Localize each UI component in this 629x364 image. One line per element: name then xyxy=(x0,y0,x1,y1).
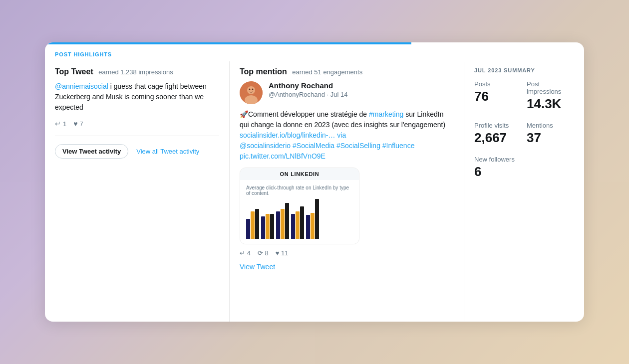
mention-user-info: Anthony Rochand @AnthonyRochand · Jul 14 xyxy=(269,81,347,98)
stats-grid: Posts 76 Post impressions 14.3K Profile … xyxy=(474,80,574,180)
chart-header: ON LINKEDIN xyxy=(240,168,359,180)
bar-navy-1 xyxy=(246,219,250,239)
view-tweet-button[interactable]: View Tweet xyxy=(240,263,275,271)
reply-count: 1 xyxy=(63,120,66,128)
bar-navy-2 xyxy=(261,216,265,239)
divider xyxy=(55,136,219,136)
stat-mentions-label: Mentions xyxy=(527,122,574,129)
mention-retweet-count: 8 xyxy=(265,249,268,257)
svg-point-1 xyxy=(247,86,255,94)
top-tweet-title: Top Tweet xyxy=(55,67,93,76)
mention-reply-icon: ↵ xyxy=(240,249,245,257)
chart-area: Average click-through rate on LinkedIn b… xyxy=(240,180,359,244)
tweet-mention[interactable]: @anniemaisocial xyxy=(55,82,108,90)
mention-body-line1: 🚀Comment développer une stratégie de xyxy=(240,110,367,118)
view-all-tweet-activity-link[interactable]: View all Tweet activity xyxy=(136,148,199,155)
left-panel: Top Tweet earned 1,238 impressions @anni… xyxy=(45,61,230,322)
mention-reply: ↵ 4 xyxy=(240,249,251,257)
mention-like-count: 11 xyxy=(281,249,288,257)
bar-orange-2 xyxy=(266,214,270,239)
top-mention-header: Top mention earned 51 engagements xyxy=(240,67,454,76)
activity-bar: View Tweet activity View all Tweet activ… xyxy=(55,144,219,159)
stat-impressions-value: 14.3K xyxy=(527,96,574,112)
mention-handle-date: @AnthonyRochand · Jul 14 xyxy=(269,91,347,98)
bar-black-4 xyxy=(300,206,304,239)
middle-panel: Top mention earned 51 engagements xyxy=(230,61,464,322)
avatar-image xyxy=(240,81,263,104)
stat-impressions-label: Post impressions xyxy=(527,80,574,95)
mention-header: Anthony Rochand @AnthonyRochand · Jul 14 xyxy=(240,81,454,104)
stat-mentions: Mentions 37 xyxy=(527,122,574,146)
bar-black-2 xyxy=(270,214,274,239)
mention-body: 🚀Comment développer une stratégie de #ma… xyxy=(240,109,454,162)
bar-chart xyxy=(246,199,353,239)
svg-point-3 xyxy=(249,89,251,90)
top-tweet-header: Top Tweet earned 1,238 impressions xyxy=(55,67,219,76)
mention-retweet-icon: ⟳ xyxy=(258,249,263,257)
bar-orange-1 xyxy=(251,211,255,239)
top-mention-title: Top mention xyxy=(240,67,287,76)
mention-user-name: Anthony Rochand xyxy=(269,81,347,90)
stat-posts-label: Posts xyxy=(474,80,522,88)
mention-like: ♥ 11 xyxy=(276,249,289,257)
view-tweet-activity-button[interactable]: View Tweet activity xyxy=(55,144,128,159)
tweet-actions: ↵ 1 ♥ 7 xyxy=(55,120,219,128)
like-count: 7 xyxy=(80,120,83,128)
post-highlights-label: POST HIGHLIGHTS xyxy=(55,51,112,57)
mention-image-card: ON LINKEDIN Average click-through rate o… xyxy=(240,168,359,244)
pic-link[interactable]: pic.twitter.com/LNlBfVnO9E xyxy=(240,152,325,160)
stat-posts: Posts 76 xyxy=(474,80,522,112)
stat-post-impressions: Post impressions 14.3K xyxy=(527,80,574,112)
bar-group-4 xyxy=(291,206,304,239)
avatar xyxy=(240,81,263,104)
bar-navy-5 xyxy=(306,215,310,239)
mention-reply-count: 4 xyxy=(247,249,251,257)
top-mention-subtitle: earned 51 engagements xyxy=(292,68,362,76)
bar-group-1 xyxy=(246,209,259,239)
main-card: POST HIGHLIGHTS Top Tweet earned 1,238 i… xyxy=(45,42,584,322)
chart-label: Average click-through rate on LinkedIn b… xyxy=(246,185,353,196)
card-header: POST HIGHLIGHTS xyxy=(45,44,584,61)
heart-icon: ♥ xyxy=(73,120,77,128)
hashtag-marketing[interactable]: #marketing xyxy=(369,110,403,118)
summary-label: JUL 2023 SUMMARY xyxy=(474,67,574,73)
bar-orange-5 xyxy=(311,213,314,239)
bar-navy-4 xyxy=(291,214,295,239)
bar-orange-3 xyxy=(281,209,285,239)
reply-icon: ↵ xyxy=(55,120,61,128)
bar-orange-4 xyxy=(296,211,300,239)
right-panel: JUL 2023 SUMMARY Posts 76 Post impressio… xyxy=(464,61,584,322)
bar-navy-3 xyxy=(276,211,280,239)
bar-black-5 xyxy=(315,199,319,239)
reply-action: ↵ 1 xyxy=(55,120,66,128)
bar-group-5 xyxy=(306,199,319,239)
stat-followers-value: 6 xyxy=(474,164,522,180)
svg-point-4 xyxy=(252,89,254,90)
stat-new-followers: New followers 6 xyxy=(474,156,522,180)
stat-profile-visits-label: Profile visits xyxy=(474,122,522,129)
stat-mentions-value: 37 xyxy=(527,130,574,146)
stat-profile-visits: Profile visits 2,667 xyxy=(474,122,522,146)
tweet-text: @anniemaisocial i guess that cage fight … xyxy=(55,81,219,113)
bar-black-1 xyxy=(255,209,259,239)
mention-handle2[interactable]: @socialinsiderio xyxy=(240,142,291,150)
mention-stats: ↵ 4 ⟳ 8 ♥ 11 xyxy=(240,249,454,257)
bar-black-3 xyxy=(285,203,289,239)
mention-date: · Jul 14 xyxy=(327,91,348,98)
stat-profile-visits-value: 2,667 xyxy=(474,130,522,146)
like-action: ♥ 7 xyxy=(73,120,83,128)
mention-heart-icon: ♥ xyxy=(276,249,280,257)
mention-retweet: ⟳ 8 xyxy=(258,249,269,257)
bar-group-3 xyxy=(276,203,289,239)
bar-group-2 xyxy=(261,214,274,239)
mention-tags[interactable]: #SocialMedia #SocialSelling #Influence xyxy=(293,142,414,150)
stat-followers-label: New followers xyxy=(474,156,522,163)
mention-handle[interactable]: @AnthonyRochand xyxy=(269,91,325,98)
top-tweet-subtitle: earned 1,238 impressions xyxy=(98,68,173,76)
mention-link[interactable]: socialinsider.io/blog/linkedin-… via xyxy=(240,131,346,139)
card-body: Top Tweet earned 1,238 impressions @anni… xyxy=(45,61,584,322)
stat-posts-value: 76 xyxy=(474,89,522,104)
